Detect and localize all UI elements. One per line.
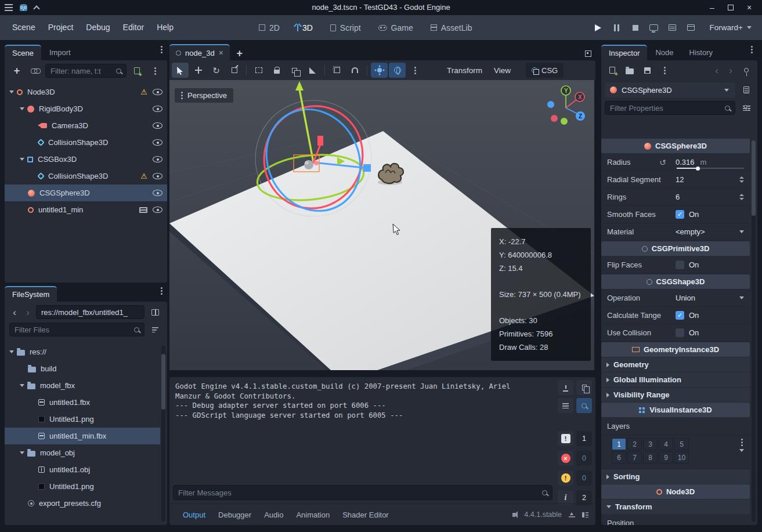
inspector-section-geometryinstance3d[interactable]: GeometryInstance3D <box>601 342 750 357</box>
save-resource-button[interactable] <box>640 63 655 77</box>
scale-tool-button[interactable] <box>226 63 243 78</box>
tab-history[interactable]: History <box>682 45 720 60</box>
spinner[interactable] <box>739 194 744 200</box>
tree-item-res[interactable]: res:// <box>5 343 160 360</box>
tree-item-csgsphere3d[interactable]: CSGSphere3D <box>5 184 167 201</box>
layer-cell-10[interactable]: 10 <box>674 451 689 464</box>
inspector-dock-menu-icon[interactable] <box>751 49 753 50</box>
menu-view[interactable]: View <box>488 66 517 75</box>
inspector-section-csgsphere3d[interactable]: CSGSphere3D <box>601 139 750 153</box>
add-node-button[interactable]: + <box>9 64 24 78</box>
history-back-button[interactable]: ‹ <box>711 63 723 77</box>
layer-cell-3[interactable]: 3 <box>643 438 658 450</box>
inspector-group-visibility-range[interactable]: Visibility Range <box>601 388 750 402</box>
menu-transform[interactable]: Transform <box>441 66 488 75</box>
pause-button[interactable] <box>609 20 625 35</box>
inspector-group-global-illumination[interactable]: Global Illumination <box>601 372 750 387</box>
tree-item-model-obj[interactable]: model_obj <box>5 444 160 461</box>
layer-cell-6[interactable]: 6 <box>612 451 626 464</box>
eye-icon[interactable] <box>153 89 162 95</box>
property-tools-button[interactable] <box>739 101 754 115</box>
scene-filter-input[interactable] <box>50 67 113 75</box>
filter-messages-input[interactable] <box>178 488 539 497</box>
recent-scenes-icon[interactable] <box>33 5 39 12</box>
inspector-scrollbar[interactable] <box>752 140 756 522</box>
tree-item-untitled1-fbx[interactable]: untitled1.fbx <box>5 394 160 411</box>
close-icon[interactable]: × <box>219 49 223 57</box>
instance-scene-button[interactable] <box>27 64 42 78</box>
eye-icon[interactable] <box>153 106 162 112</box>
spin-down-icon[interactable] <box>739 198 744 200</box>
scene-tree-menu-button[interactable] <box>147 64 162 78</box>
remote-debug-button[interactable] <box>646 20 662 35</box>
chevron-down-icon[interactable] <box>739 230 744 233</box>
tab-filesystem[interactable]: FileSystem <box>5 286 57 302</box>
tab-inspector[interactable]: Inspector <box>601 45 647 60</box>
expand-icon[interactable] <box>20 158 24 161</box>
checkbox[interactable] <box>676 328 684 337</box>
expand-icon[interactable] <box>20 384 24 387</box>
badge-error-all[interactable]: !1 <box>558 431 592 446</box>
eye-icon[interactable] <box>153 190 162 196</box>
inspector-group-transform[interactable]: Transform <box>601 500 750 514</box>
workspace-assetlib[interactable]: AssetLib <box>426 21 477 35</box>
copy-log-button[interactable] <box>576 380 592 395</box>
eye-icon[interactable] <box>153 156 162 162</box>
layer-cell-4[interactable]: 4 <box>659 438 673 450</box>
workspace-game[interactable]: Game <box>374 21 418 35</box>
menu-debug[interactable]: Debug <box>80 15 116 40</box>
expand-icon[interactable] <box>20 451 24 454</box>
group-node-button[interactable] <box>286 63 303 78</box>
expand-icon[interactable] <box>9 350 14 353</box>
new-resource-button[interactable] <box>605 63 620 77</box>
rotate-tool-button[interactable]: ↻ <box>208 63 225 78</box>
tree-item-export-presets-cfg[interactable]: export_presets.cfg <box>5 495 160 512</box>
tree-item-csgbox3d[interactable]: CSGBox3D <box>5 151 167 168</box>
tab-import[interactable]: Import <box>42 45 78 60</box>
tree-item-untitled1-obj[interactable]: untitled1.obj <box>5 461 160 478</box>
load-resource-button[interactable] <box>622 63 637 77</box>
pin-object-button[interactable] <box>739 63 754 77</box>
eye-icon[interactable] <box>153 139 162 146</box>
main-menu-icon[interactable] <box>5 7 13 8</box>
workspace-2d[interactable]: 2D <box>254 21 284 35</box>
filesystem-dock-menu-icon[interactable] <box>161 290 162 292</box>
perspective-menu-button[interactable]: Perspective <box>175 88 233 103</box>
expand-icon[interactable] <box>9 91 14 93</box>
badge-warning[interactable]: !0 <box>558 471 592 486</box>
badge-error[interactable]: ×0 <box>558 451 592 466</box>
tab-scene[interactable]: Scene <box>5 45 41 60</box>
workspace-script[interactable]: Script <box>326 21 366 35</box>
output-log[interactable]: Godot Engine v4.4.1.stable.custom_build … <box>173 381 552 483</box>
warning-icon[interactable]: ⚠ <box>140 88 147 96</box>
current-path-input[interactable] <box>41 308 139 317</box>
box-select-button[interactable] <box>250 63 267 78</box>
expand-icon[interactable] <box>20 107 24 110</box>
movie-writer-button[interactable] <box>683 20 699 35</box>
layer-cell-1[interactable]: 1 <box>612 438 626 450</box>
slider-track[interactable] <box>677 168 744 169</box>
new-scene-tab-button[interactable]: + <box>232 46 247 60</box>
layer-cell-5[interactable]: 5 <box>674 438 689 450</box>
scene-dock-menu-icon[interactable] <box>161 49 162 50</box>
tree-item-collisionshape3d[interactable]: CollisionShape3D⚠ <box>5 168 167 184</box>
maximize-button[interactable] <box>723 1 739 14</box>
ruler-tool-button[interactable] <box>304 63 321 78</box>
inspector-section-csgshape3d[interactable]: CSGShape3D <box>601 274 750 289</box>
layer-cell-9[interactable]: 9 <box>659 451 673 464</box>
eye-icon[interactable] <box>153 122 162 129</box>
chevron-down-icon[interactable] <box>739 449 744 452</box>
expand-panel-icon[interactable] <box>582 512 588 517</box>
viewport-3d[interactable]: Y X Z Perspective X: -22.7Y: 640000006.8… <box>169 80 594 370</box>
spin-up-icon[interactable] <box>739 194 744 196</box>
lighting-menu-button[interactable] <box>407 63 424 78</box>
spin-down-icon[interactable] <box>739 180 744 183</box>
menu-scene[interactable]: Scene <box>6 15 42 40</box>
close-button[interactable]: × <box>741 1 757 14</box>
move-panel-icon[interactable] <box>569 512 575 517</box>
attach-script-button[interactable] <box>129 64 145 78</box>
bottom-tab-animation[interactable]: Animation <box>290 511 336 519</box>
checkbox[interactable] <box>676 260 684 269</box>
tree-item-rigidbody3d[interactable]: RigidBody3D <box>5 100 167 117</box>
slider-grabber[interactable] <box>696 167 700 171</box>
